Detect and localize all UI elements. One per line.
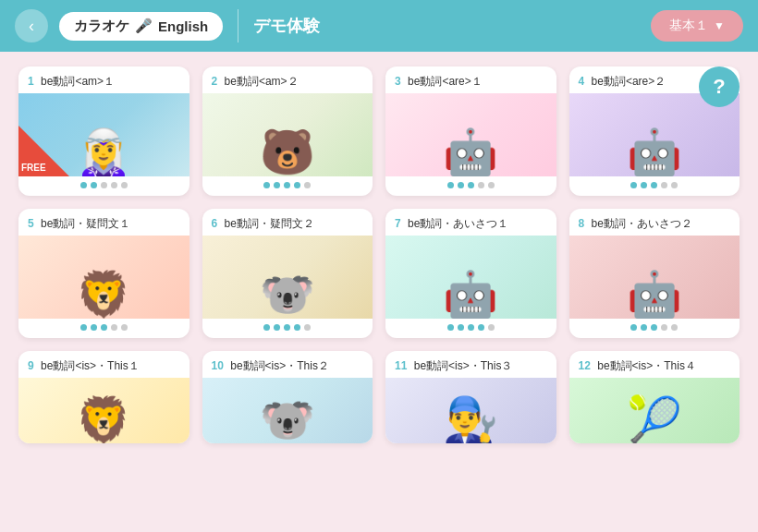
dot xyxy=(91,324,97,331)
help-button[interactable]: ? xyxy=(699,66,740,107)
dot xyxy=(121,182,128,188)
logo-suffix: English xyxy=(158,18,208,34)
card-2-number: 2 xyxy=(212,75,218,88)
card-2-image: 🐻 xyxy=(202,93,373,176)
dot xyxy=(294,182,300,188)
card-8-character: 🤖 xyxy=(569,236,740,319)
dot xyxy=(468,182,474,188)
card-3-number: 3 xyxy=(395,75,401,88)
lesson-card-2[interactable]: 2 be動詞<am>２ 🐻 xyxy=(202,66,373,196)
header-title: デモ体験 xyxy=(253,15,320,37)
dot xyxy=(651,324,657,331)
card-9-character: 🦁 xyxy=(18,378,190,443)
card-3-dots xyxy=(385,176,556,196)
mic-icon: 🎤 xyxy=(135,18,153,34)
lesson-card-8[interactable]: 8 be動詞・あいさつ２ 🤖 xyxy=(569,209,740,338)
card-6-dots xyxy=(202,319,373,338)
card-1-dots xyxy=(18,176,190,196)
card-10-number: 10 xyxy=(212,359,224,372)
level-label: 基本１ xyxy=(669,18,708,34)
card-6-character: 🐨 xyxy=(202,236,373,319)
level-button[interactable]: 基本１ ▼ xyxy=(651,10,743,42)
dot xyxy=(284,324,290,331)
card-2-dots xyxy=(202,176,373,196)
card-3-header: 3 be動詞<are>１ xyxy=(385,66,556,93)
card-10-character: 🐨 xyxy=(202,378,373,443)
card-9-title: be動詞<is>・This１ xyxy=(41,359,140,372)
lesson-card-1[interactable]: 1 be動詞<am>１ 🧝‍♀️ FREE xyxy=(18,66,190,196)
card-8-image: 🤖 xyxy=(569,236,740,319)
dot xyxy=(91,182,97,188)
dot xyxy=(274,324,280,331)
card-9-header: 9 be動詞<is>・This１ xyxy=(18,351,190,378)
cards-row-3: 9 be動詞<is>・This１ 🦁 10 be動詞<is>・This２ xyxy=(18,351,740,443)
main-content: ? 1 be動詞<am>１ 🧝‍♀️ FREE xyxy=(0,52,758,532)
card-row-2: 5 be動詞・疑問文１ 🦁 6 xyxy=(18,209,740,338)
lesson-card-6[interactable]: 6 be動詞・疑問文２ 🐨 xyxy=(202,209,373,338)
card-6-title: be動詞・疑問文２ xyxy=(225,217,314,230)
card-6-header: 6 be動詞・疑問文２ xyxy=(202,209,373,236)
logo-text: カラオケ xyxy=(74,18,129,35)
card-10-header: 10 be動詞<is>・This２ xyxy=(202,351,373,378)
dot xyxy=(661,324,667,331)
card-12-character: 🎾 xyxy=(569,378,740,443)
card-5-title: be動詞・疑問文１ xyxy=(41,217,130,230)
dot xyxy=(284,182,290,188)
dot xyxy=(101,182,107,188)
dot xyxy=(641,182,647,188)
card-11-header: 11 be動詞<is>・This３ xyxy=(385,351,556,378)
card-7-character: 🤖 xyxy=(385,236,556,319)
card-6-image: 🐨 xyxy=(202,236,373,319)
cards-row-1: 1 be動詞<am>１ 🧝‍♀️ FREE xyxy=(18,66,740,196)
card-9-image: 🦁 xyxy=(18,378,190,443)
dot xyxy=(274,182,280,188)
card-row-3: 9 be動詞<is>・This１ 🦁 10 be動詞<is>・This２ xyxy=(18,351,740,443)
dot xyxy=(630,324,637,331)
lesson-card-9[interactable]: 9 be動詞<is>・This１ 🦁 xyxy=(18,351,190,443)
card-11-character: 👨‍🔧 xyxy=(385,378,556,443)
cards-row-2: 5 be動詞・疑問文１ 🦁 6 xyxy=(18,209,740,338)
card-2-character: 🐻 xyxy=(202,93,373,176)
card-4-number: 4 xyxy=(579,75,585,88)
dot xyxy=(263,324,270,331)
header-divider xyxy=(238,9,238,42)
dot xyxy=(121,324,128,331)
lesson-card-5[interactable]: 5 be動詞・疑問文１ 🦁 xyxy=(18,209,190,338)
dot xyxy=(651,182,657,188)
card-11-image: 👨‍🔧 xyxy=(385,378,556,443)
char-1-emoji: 🧝‍♀️ xyxy=(76,130,131,175)
card-12-number: 12 xyxy=(579,359,591,372)
char-8-emoji: 🤖 xyxy=(627,272,682,317)
card-row-1: 1 be動詞<am>１ 🧝‍♀️ FREE xyxy=(18,66,740,196)
lesson-card-7[interactable]: 7 be動詞・あいさつ１ 🤖 xyxy=(385,209,556,338)
lesson-card-10[interactable]: 10 be動詞<is>・This２ 🐨 xyxy=(202,351,373,443)
dot xyxy=(630,182,637,188)
dot xyxy=(304,324,311,331)
dot xyxy=(671,182,678,188)
back-button[interactable]: ‹ xyxy=(15,9,48,42)
header: ‹ カラオケ 🎤 English デモ体験 基本１ ▼ xyxy=(0,0,758,52)
dot xyxy=(111,324,117,331)
dot xyxy=(641,324,647,331)
dot xyxy=(447,324,454,331)
card-12-image: 🎾 xyxy=(569,378,740,443)
card-5-dots xyxy=(18,319,190,338)
dot xyxy=(304,182,311,188)
lesson-card-3[interactable]: 3 be動詞<are>１ 🤖 xyxy=(385,66,556,196)
card-1-number: 1 xyxy=(28,75,34,88)
char-5-emoji: 🦁 xyxy=(76,272,131,317)
lesson-card-11[interactable]: 11 be動詞<is>・This３ 👨‍🔧 xyxy=(385,351,556,443)
card-8-number: 8 xyxy=(579,217,585,230)
dot xyxy=(671,324,678,331)
char-6-emoji: 🐨 xyxy=(260,272,315,317)
dot xyxy=(458,324,464,331)
card-12-title: be動詞<is>・This４ xyxy=(597,359,696,372)
card-8-dots xyxy=(569,319,740,338)
lesson-card-12[interactable]: 12 be動詞<is>・This４ 🎾 xyxy=(569,351,740,443)
dot xyxy=(458,182,464,188)
dot xyxy=(468,324,474,331)
dot xyxy=(478,182,484,188)
dot xyxy=(488,182,495,188)
card-1-header: 1 be動詞<am>１ xyxy=(18,66,190,93)
card-3-image: 🤖 xyxy=(385,93,556,176)
